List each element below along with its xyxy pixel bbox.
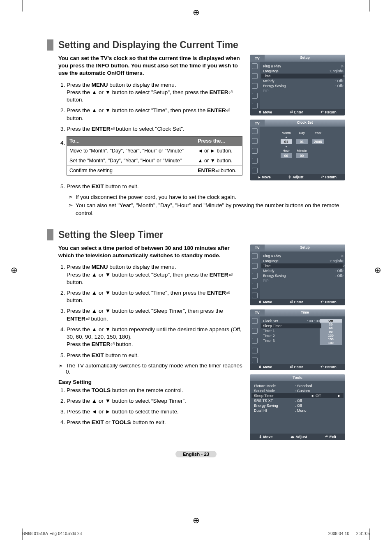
clock-minute-value: 00 — [296, 153, 308, 158]
note-text: If you disconnect the power cord, you ha… — [76, 194, 236, 201]
enter-icon: ⏎ — [226, 290, 230, 296]
instruction-table: To...Press the... Move to "Month", "Day"… — [67, 136, 242, 176]
print-registration-top-icon: ⊕ — [193, 7, 200, 17]
enter-icon: ⏎ — [226, 108, 230, 114]
subheading: Easy Setting — [58, 379, 242, 385]
enter-icon: ⏎ — [111, 342, 115, 348]
step: Press the EXIT or TOOLS button to exit. — [67, 419, 242, 426]
section-intro: You can set the TV's clock so that the c… — [58, 55, 242, 77]
print-registration-right-icon: ⊕ — [374, 265, 381, 275]
print-registration-bottom-icon: ⊕ — [193, 515, 200, 525]
step: Press the ▲ or ▼ button to select “Sleep… — [67, 397, 242, 405]
doc-meta-right: 2008-04-10 2:31:05 — [328, 531, 370, 536]
crop-mark — [22, 0, 23, 12]
note-text: You can also set "Year", "Month", "Day",… — [76, 202, 345, 217]
left-arrow-icon: ◄ — [310, 394, 314, 398]
osd-icon — [252, 73, 258, 79]
osd-icon — [252, 93, 258, 99]
step: Press the ◄ or ► button to select the mi… — [67, 408, 242, 415]
step: Press the ▲ or ▼ button repeatedly until… — [67, 326, 242, 348]
osd-setup-panel: TVSetup Plug & Play▷ Language: English▷ … — [250, 245, 345, 305]
clock-month-value: 01 — [281, 139, 292, 144]
print-registration-left-icon: ⊕ — [11, 265, 18, 275]
note-arrow-icon: ➣ — [68, 202, 73, 217]
clock-day-value: 01 — [296, 139, 308, 144]
crop-mark — [369, 0, 370, 12]
osd-setup-panel: TVSetup Plug & Play▷ Language: English▷ … — [250, 55, 345, 115]
page-number: English - 23 — [175, 451, 217, 457]
osd-nav-move: ⇕ Move — [258, 110, 272, 114]
osd-nav-return: ↶ Return — [321, 110, 336, 114]
osd-selected-row: Sleep Timer◄Off► — [251, 393, 344, 398]
note-arrow-icon: ➣ — [58, 362, 63, 375]
osd-time-panel: TVTime Clock Set: 00 : 00 Sleep Timer Ti… — [250, 309, 345, 370]
step: Press the MENU button to display the men… — [67, 81, 242, 104]
clock-year-value: 2008 — [312, 139, 325, 144]
down-arrow-icon: ▼ — [285, 145, 288, 148]
step: To...Press the... Move to "Month", "Day"… — [67, 136, 242, 176]
osd-sidebar — [250, 62, 260, 109]
osd-tab: TV — [250, 55, 265, 62]
section-intro: You can select a time period of between … — [58, 245, 242, 259]
step: Press the MENU button to display the men… — [67, 263, 242, 286]
step: Press the ▲ or ▼ button to select "Time"… — [67, 289, 242, 304]
osd-icon — [252, 83, 258, 89]
clock-hour-value: 00 — [281, 153, 292, 158]
right-arrow-icon: ► — [337, 394, 341, 398]
up-arrow-icon: ▲ — [285, 136, 288, 138]
section-title: Setting and Displaying the Current Time — [47, 39, 345, 51]
osd-tools-panel: Tools Picture Mode: Standard Sound Mode:… — [250, 374, 345, 440]
note-arrow-icon: ➣ — [68, 194, 73, 201]
step: Press the ▲ or ▼ button to select "Sleep… — [67, 307, 242, 322]
enter-icon: ⏎ — [111, 126, 115, 132]
osd-clockset-panel: TVClock Set Month▲01▼Hour00 Day▲01▼Minut… — [250, 120, 345, 180]
step: Press the ENTER⏎ button to select "Clock… — [67, 125, 242, 133]
osd-nav-enter: ⏎ Enter — [290, 110, 303, 114]
osd-icon — [252, 63, 258, 69]
osd-selected-row: Time▷ — [261, 74, 344, 78]
enter-icon: ⏎ — [228, 272, 233, 278]
note-text: The TV automatically switches to standby… — [66, 362, 242, 375]
step: Press the TOOLS button on the remote con… — [67, 387, 242, 394]
section-title: Setting the Sleep Timer — [47, 229, 345, 240]
enter-icon: ⏎ — [215, 168, 219, 173]
osd-icon — [252, 103, 258, 108]
enter-icon: ⏎ — [85, 316, 90, 322]
step: Press the EXIT button to exit. — [67, 352, 242, 359]
step: Press the ▲ or ▼ button to select "Time"… — [67, 107, 242, 122]
sleep-timer-options: Off 30 60 90 120 150 180 — [320, 319, 342, 363]
enter-icon: ⏎ — [228, 90, 233, 95]
doc-meta-left: BN68-01518A-Eng-0410.indd 23 — [22, 531, 82, 536]
